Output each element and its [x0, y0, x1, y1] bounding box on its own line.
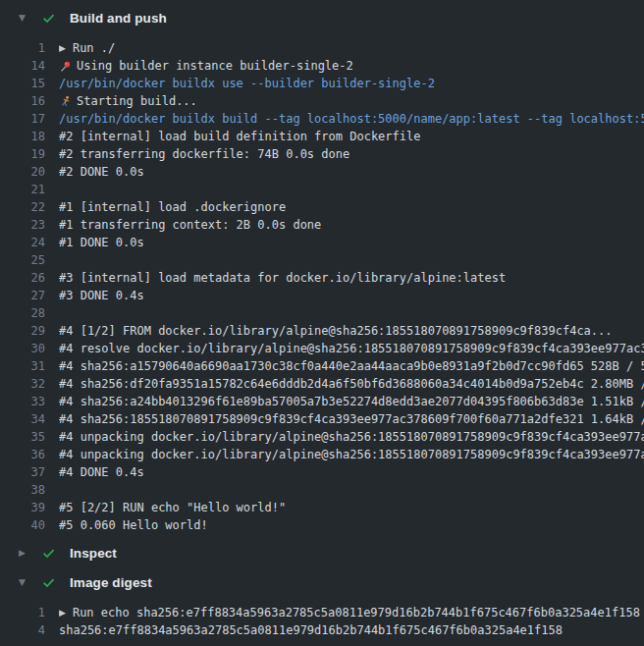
log-line: 26 #3 [internal] load metadata for docke… [0, 269, 644, 287]
log-line-text: #4 unpacking docker.io/library/alpine@sh… [59, 446, 644, 463]
log-line-number[interactable]: 30 [0, 340, 45, 357]
section-title: Inspect [70, 546, 117, 561]
log-line-text: #4 DONE 0.4s [59, 463, 144, 481]
log-line-number[interactable]: 4 [0, 621, 45, 639]
log-line: 23 #1 transferring context: 2B 0.0s done [0, 216, 644, 234]
chevron-down-icon[interactable]: ▼ [19, 14, 30, 23]
log-line-text: #4 [1/2] FROM docker.io/library/alpine@s… [59, 322, 613, 340]
log-line: 36 #4 unpacking docker.io/library/alpine… [0, 446, 644, 463]
log-line-number[interactable]: 31 [0, 357, 45, 375]
log-line-content: #1 [internal] load .dockerignore [59, 198, 644, 216]
log-line-number[interactable]: 35 [0, 428, 45, 446]
log-line-number[interactable]: 34 [0, 410, 45, 428]
log-line-number[interactable]: 33 [0, 393, 45, 410]
log-line: 1 ▶ Run echo sha256:e7ff8834a5963a2785c5… [0, 604, 644, 621]
log-line: 28 [0, 304, 644, 322]
log-line-text: #5 [2/2] RUN echo "Hello world!" [59, 499, 286, 516]
log-line-content: #4 sha256:185518070891758909c9f839cf4ca3… [59, 410, 644, 428]
log-line-number[interactable]: 16 [0, 92, 45, 110]
section-header-build-and-push[interactable]: ▼ Build and push [0, 3, 644, 32]
log-line-number[interactable]: 1 [0, 39, 45, 57]
log-line-text: #4 resolve docker.io/library/alpine@sha2… [59, 340, 644, 357]
log-line: 30 #4 resolve docker.io/library/alpine@s… [0, 340, 644, 357]
log-line-number[interactable]: 28 [0, 304, 45, 322]
log-line-number[interactable]: 18 [0, 128, 45, 145]
workflow-log: ▼ Build and push 1 ▶ Run ./ [0, 3, 644, 643]
log-line: 29 #4 [1/2] FROM docker.io/library/alpin… [0, 322, 644, 340]
log-line-number[interactable]: 25 [0, 251, 45, 269]
log-line-content: #5 [2/2] RUN echo "Hello world!" [59, 499, 644, 516]
chevron-down-icon[interactable]: ▼ [19, 578, 30, 587]
log-line-number[interactable]: 38 [0, 481, 45, 499]
log-line-number[interactable]: 23 [0, 216, 45, 234]
section-header-inspect[interactable]: ▶ Inspect [0, 538, 644, 567]
log-line-content: #4 unpacking docker.io/library/alpine@sh… [59, 428, 644, 446]
log-line-text: Run ./ [73, 39, 115, 57]
log-line: 37 #4 DONE 0.4s [0, 463, 644, 481]
log-line-content: ▶ Run ./ [59, 39, 644, 57]
chevron-right-icon[interactable]: ▶ [19, 549, 30, 558]
log-line: 40 #5 0.060 Hello world! [0, 516, 644, 534]
log-line-content: Using builder instance builder-single-2 [59, 57, 644, 75]
log-line: 22 #1 [internal] load .dockerignore [0, 198, 644, 216]
log-line-content: /usr/bin/docker buildx use --builder bui… [59, 75, 644, 92]
log-line-number[interactable]: 20 [0, 163, 45, 181]
log-line-number[interactable]: 29 [0, 322, 45, 340]
section-title: Image digest [70, 575, 152, 590]
pushpin-icon [59, 60, 72, 73]
log-line: 14 Using builder instance builder-single… [0, 57, 644, 75]
log-line-content: #2 DONE 0.0s [59, 163, 644, 181]
log-line-number[interactable]: 40 [0, 516, 45, 534]
section-header-image-digest[interactable]: ▼ Image digest [0, 567, 644, 597]
log-line-content: #4 DONE 0.4s [59, 463, 644, 481]
log-section-image-digest: ▼ Image digest 1 ▶ Run echo s [0, 567, 644, 643]
log-line-content: #4 sha256:df20fa9351a15782c64e6dddb2d4a6… [59, 375, 644, 393]
runner-icon [59, 95, 72, 108]
log-line-text: #2 transferring dockerfile: 74B 0.0s don… [59, 145, 349, 163]
log-line-text: #1 transferring context: 2B 0.0s done [59, 216, 321, 234]
log-line-text: #1 DONE 0.0s [59, 234, 144, 251]
log-line: 35 #4 unpacking docker.io/library/alpine… [0, 428, 644, 446]
log-line: 15 /usr/bin/docker buildx use --builder … [0, 75, 644, 92]
expand-group-icon[interactable]: ▶ [59, 609, 66, 618]
log-line-content: #4 [1/2] FROM docker.io/library/alpine@s… [59, 322, 644, 340]
log-line-text: #5 0.060 Hello world! [59, 516, 208, 534]
log-line: 24 #1 DONE 0.0s [0, 234, 644, 251]
log-line: 18 #2 [internal] load build definition f… [0, 128, 644, 145]
log-line-number[interactable]: 1 [0, 604, 45, 621]
log-line-number[interactable]: 26 [0, 269, 45, 287]
log-line-number[interactable]: 32 [0, 375, 45, 393]
log-line-content: #1 DONE 0.0s [59, 234, 644, 251]
expand-group-icon[interactable]: ▶ [59, 44, 66, 53]
log-line-text: #4 sha256:a24bb4013296f61e89ba57005a7b3e… [59, 393, 644, 410]
log-line: 31 #4 sha256:a15790640a6690aa1730c38cf0a… [0, 357, 644, 375]
log-line: 25 [0, 251, 644, 269]
log-line: 33 #4 sha256:a24bb4013296f61e89ba57005a7… [0, 393, 644, 410]
check-icon [41, 575, 56, 590]
log-line-number[interactable]: 24 [0, 234, 45, 251]
log-line: 38 [0, 481, 644, 499]
log-line-number[interactable]: 17 [0, 110, 45, 128]
log-line-content: #4 resolve docker.io/library/alpine@sha2… [59, 340, 644, 357]
log-line-number[interactable]: 39 [0, 499, 45, 516]
log-line-content: ▶ Run echo sha256:e7ff8834a5963a2785c5a0… [59, 604, 644, 621]
log-line-content: #1 transferring context: 2B 0.0s done [59, 216, 644, 234]
log-line-content: #4 sha256:a15790640a6690aa1730c38cf0a440… [59, 357, 644, 375]
log-line-content: #2 transferring dockerfile: 74B 0.0s don… [59, 145, 644, 163]
log-line-number[interactable]: 19 [0, 145, 45, 163]
log-line-number[interactable]: 21 [0, 181, 45, 198]
log-line-content: #3 DONE 0.4s [59, 287, 644, 304]
log-lines: 1 ▶ Run echo sha256:e7ff8834a5963a2785c5… [0, 597, 644, 643]
log-line-number[interactable]: 14 [0, 57, 45, 75]
log-line-number[interactable]: 37 [0, 463, 45, 481]
log-line-text: #3 [internal] load metadata for docker.i… [59, 269, 506, 287]
log-line-number[interactable]: 15 [0, 75, 45, 92]
log-line: 27 #3 DONE 0.4s [0, 287, 644, 304]
log-line-number[interactable]: 27 [0, 287, 45, 304]
log-line-number[interactable]: 22 [0, 198, 45, 216]
log-line-number[interactable]: 36 [0, 446, 45, 463]
log-line: 4 sha256:e7ff8834a5963a2785c5a0811e979d1… [0, 621, 644, 639]
log-line-text: /usr/bin/docker buildx build --tag local… [59, 110, 644, 128]
log-line: 39 #5 [2/2] RUN echo "Hello world!" [0, 499, 644, 516]
log-line-text: Run echo sha256:e7ff8834a5963a2785c5a081… [73, 604, 640, 621]
